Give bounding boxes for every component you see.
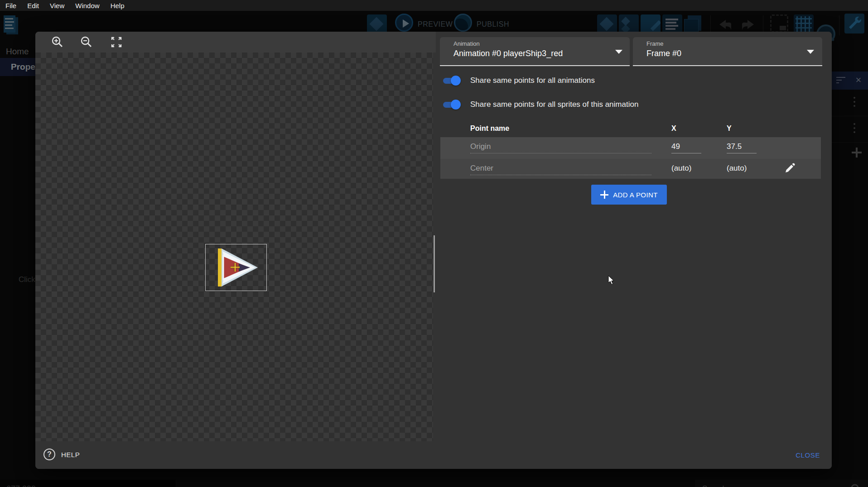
frame-select[interactable]: Frame Frame #0 xyxy=(633,37,822,66)
share-points-all-sprites-row: Share same points for all sprites of thi… xyxy=(443,99,638,110)
points-panel: Animation Animation #0 playerShip3_red F… xyxy=(436,32,832,441)
help-label: HELP xyxy=(61,451,80,458)
point-y-field[interactable]: (auto) xyxy=(727,164,757,175)
frame-select-label: Frame xyxy=(646,40,664,47)
menu-view[interactable]: View xyxy=(44,0,70,11)
animation-select-label: Animation xyxy=(453,40,480,47)
close-button[interactable]: CLOSE xyxy=(796,451,820,459)
sprite-preview[interactable] xyxy=(205,244,267,291)
animation-select-value: Animation #0 playerShip3_red xyxy=(453,49,563,58)
menu-window[interactable]: Window xyxy=(70,0,105,11)
sprite-canvas[interactable] xyxy=(35,53,436,441)
point-name-field[interactable]: Origin xyxy=(470,142,651,153)
zoom-out-button[interactable] xyxy=(79,35,94,49)
menu-edit[interactable]: Edit xyxy=(22,0,44,11)
zoom-out-icon xyxy=(80,36,93,48)
x-header: X xyxy=(671,124,676,133)
y-header: Y xyxy=(727,124,732,133)
animation-select[interactable]: Animation Animation #0 playerShip3_red xyxy=(440,37,630,66)
menu-bar: File Edit View Window Help xyxy=(0,0,868,11)
help-icon: ? xyxy=(43,449,55,460)
plus-icon xyxy=(600,191,608,199)
share-all-sprites-label: Share same points for all sprites of thi… xyxy=(470,100,638,109)
fit-to-screen-button[interactable] xyxy=(109,35,124,49)
chevron-down-icon xyxy=(807,50,814,54)
zoom-in-icon xyxy=(51,36,64,48)
dialog-footer: ? HELP CLOSE xyxy=(35,441,832,469)
share-all-animations-toggle[interactable] xyxy=(443,75,460,86)
share-all-sprites-toggle[interactable] xyxy=(443,99,460,110)
table-row-origin[interactable]: Origin 49 37.5 xyxy=(440,137,821,159)
expand-icon xyxy=(110,36,123,48)
menu-file[interactable]: File xyxy=(0,0,22,11)
help-button[interactable]: ? HELP xyxy=(43,449,80,460)
point-name-header: Point name xyxy=(470,124,509,133)
zoom-in-button[interactable] xyxy=(50,35,65,49)
table-row-center[interactable]: Center (auto) (auto) xyxy=(440,159,821,179)
pencil-icon xyxy=(783,162,796,175)
point-y-field[interactable]: 37.5 xyxy=(727,142,757,153)
share-all-animations-label: Share same points for all animations xyxy=(470,76,595,85)
edit-point-button[interactable] xyxy=(783,162,796,175)
points-table-header: Point name X Y xyxy=(440,120,821,137)
menu-help[interactable]: Help xyxy=(105,0,130,11)
canvas-toolbar xyxy=(35,32,436,53)
point-x-field[interactable]: 49 xyxy=(671,142,701,153)
share-points-all-animations-row: Share same points for all animations xyxy=(443,75,595,86)
point-name-field[interactable]: Center xyxy=(470,164,651,175)
chevron-down-icon xyxy=(615,50,622,54)
add-a-point-label: ADD A POINT xyxy=(613,191,658,199)
point-x-field[interactable]: (auto) xyxy=(671,164,701,175)
mouse-cursor xyxy=(608,275,615,287)
frame-select-value: Frame #0 xyxy=(646,49,681,58)
add-a-point-button[interactable]: ADD A POINT xyxy=(591,185,667,205)
edit-points-dialog: Animation Animation #0 playerShip3_red F… xyxy=(35,32,832,469)
canvas-scrollbar-thumb[interactable] xyxy=(434,235,435,292)
